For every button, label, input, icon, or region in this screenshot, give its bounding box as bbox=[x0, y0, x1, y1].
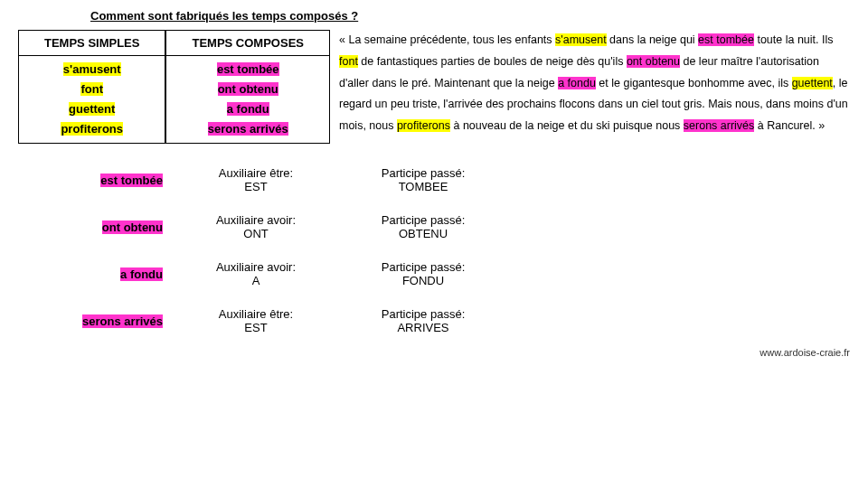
pp-cell: Participe passé:FONDU bbox=[333, 260, 514, 287]
breakdown-row: ont obtenu Auxiliaire avoir:ONT Particip… bbox=[18, 213, 850, 240]
simple-4: profiterons bbox=[61, 122, 123, 136]
hl: ont obtenu bbox=[627, 55, 680, 68]
aux-cell: Auxiliaire avoir:A bbox=[179, 260, 333, 287]
verb-label: serons arrivés bbox=[82, 314, 163, 328]
txt: et le gigantesque bonhomme avec, ils bbox=[596, 77, 792, 89]
compose-1: est tombée bbox=[217, 62, 279, 76]
pp-label: Participe passé: bbox=[382, 307, 466, 321]
verb-label: ont obtenu bbox=[102, 221, 163, 234]
hl: profiterons bbox=[397, 119, 450, 132]
txt: toute la nuit. Ils bbox=[754, 33, 834, 46]
breakdown-row: a fondu Auxiliaire avoir:A Participe pas… bbox=[18, 260, 850, 287]
aux-cell: Auxiliaire être:EST bbox=[179, 166, 333, 193]
aux-value: ONT bbox=[243, 227, 268, 240]
aux-label: Auxiliaire être: bbox=[219, 166, 293, 180]
simple-2: font bbox=[80, 82, 103, 96]
pp-cell: Participe passé:OBTENU bbox=[333, 213, 514, 240]
header-simples: TEMPS SIMPLES bbox=[19, 31, 165, 56]
page-title: Comment sont fabriqués les temps composé… bbox=[90, 9, 850, 23]
example-paragraph: « La semaine précédente, tous les enfant… bbox=[339, 30, 850, 137]
verb-label: est tombée bbox=[100, 174, 163, 187]
txt: dans la neige qui bbox=[607, 33, 698, 46]
txt: de fantastiques parties de boules de nei… bbox=[358, 55, 627, 68]
simple-1: s'amusent bbox=[63, 62, 121, 76]
aux-value: A bbox=[252, 274, 260, 287]
pp-value: FONDU bbox=[402, 274, 444, 287]
pp-label: Participe passé: bbox=[382, 213, 466, 227]
txt: à Rancurel. » bbox=[754, 119, 825, 132]
table-composes: TEMPS COMPOSES est tombée ont obtenu a f… bbox=[165, 30, 330, 144]
hl: est tombée bbox=[698, 33, 754, 46]
pp-value: ARRIVES bbox=[397, 321, 448, 334]
pp-label: Participe passé: bbox=[382, 260, 466, 274]
cell-composes: est tombée ont obtenu a fondu serons arr… bbox=[166, 56, 330, 144]
aux-label: Auxiliaire être: bbox=[219, 307, 293, 321]
footer-url: www.ardoise-craie.fr bbox=[18, 347, 850, 358]
top-section: TEMPS SIMPLES s'amusent font guettent pr… bbox=[18, 30, 850, 144]
hl: font bbox=[339, 55, 358, 68]
hl: serons arrivés bbox=[684, 119, 755, 132]
verb-label: a fondu bbox=[120, 267, 163, 281]
pp-cell: Participe passé:TOMBEE bbox=[333, 166, 514, 193]
compose-2: ont obtenu bbox=[218, 82, 278, 96]
breakdown-section: est tombée Auxiliaire être:EST Participe… bbox=[18, 166, 850, 334]
aux-label: Auxiliaire avoir: bbox=[216, 260, 296, 274]
hl: guettent bbox=[792, 77, 833, 89]
breakdown-row: est tombée Auxiliaire être:EST Participe… bbox=[18, 166, 850, 193]
hl: s'amusent bbox=[555, 33, 607, 46]
aux-cell: Auxiliaire avoir:ONT bbox=[179, 213, 333, 240]
header-composes: TEMPS COMPOSES bbox=[166, 31, 330, 56]
cell-simples: s'amusent font guettent profiterons bbox=[19, 56, 165, 144]
txt: « La semaine précédente, tous les enfant… bbox=[339, 33, 555, 46]
aux-label: Auxiliaire avoir: bbox=[216, 213, 296, 227]
aux-value: EST bbox=[244, 321, 267, 334]
breakdown-row: serons arrivés Auxiliaire être:EST Parti… bbox=[18, 307, 850, 334]
table-simples: TEMPS SIMPLES s'amusent font guettent pr… bbox=[18, 30, 165, 144]
simple-3: guettent bbox=[69, 102, 115, 116]
hl: a fondu bbox=[558, 77, 596, 89]
txt: à nouveau de la neige et du ski puisque … bbox=[450, 119, 684, 132]
pp-value: TOMBEE bbox=[399, 180, 448, 193]
compose-4: serons arrivés bbox=[208, 122, 288, 136]
aux-cell: Auxiliaire être:EST bbox=[179, 307, 333, 334]
compose-3: a fondu bbox=[227, 102, 269, 116]
aux-value: EST bbox=[244, 180, 267, 193]
pp-label: Participe passé: bbox=[382, 166, 466, 180]
pp-cell: Participe passé:ARRIVES bbox=[333, 307, 514, 334]
pp-value: OBTENU bbox=[399, 227, 448, 240]
tables-wrapper: TEMPS SIMPLES s'amusent font guettent pr… bbox=[18, 30, 330, 144]
